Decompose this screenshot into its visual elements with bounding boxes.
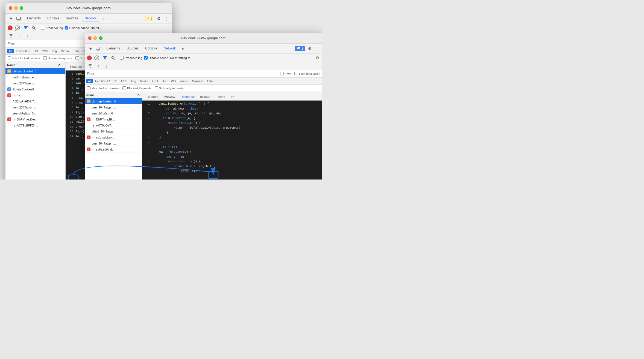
settings-icon-back[interactable]: ⚙ [155,15,162,22]
tab-console-front[interactable]: Console [142,45,160,52]
third-party-front[interactable]: 3rd-party requests [155,86,184,90]
type-font-back[interactable]: Font [71,49,80,53]
download-icon-front[interactable]: ↓ [103,63,110,69]
request-row-8-back[interactable]: I m=DhPYme,Eke... [5,116,65,122]
type-js-front[interactable]: JS [112,79,119,83]
request-row-6-back[interactable]: gen_204?atyp=i... [5,104,65,110]
tab-more-front[interactable]: >> [228,94,237,100]
search-icon-back[interactable] [31,25,37,31]
wifi-icon-front[interactable] [87,63,93,69]
cursor-icon[interactable] [8,15,14,22]
maximize-button-back[interactable] [20,6,23,10]
filter-input-front[interactable] [96,72,278,76]
third-party-cb-front[interactable] [155,86,158,90]
warning-badge-back[interactable]: ⚠ 2 [145,16,154,21]
close-col-back[interactable]: ✕ [56,63,62,67]
type-fetch-front[interactable]: Fetch/XHR [93,79,112,83]
request-scroll-front[interactable]: JS cb=gapi.loaded_0 gen_204?atyp=i... se… [85,98,142,180]
tab-console-back[interactable]: Console [45,15,62,22]
filter-icon-back[interactable] [22,25,29,31]
type-doc-front[interactable]: Doc [160,79,169,83]
type-ws-front[interactable]: WS [169,79,177,83]
blocked-requests-back[interactable]: Blocked Requests [43,56,72,60]
tab-network-front[interactable]: Network [161,45,178,52]
type-media-front[interactable]: Media [138,79,150,83]
tab-response-front[interactable]: Response [178,94,197,100]
hide-data-urls-label-front[interactable]: Hide data URLs [294,72,320,75]
more-menu-back[interactable]: ⋮ [163,15,169,22]
preserve-log-checkbox-front[interactable] [120,56,124,60]
request-row-5-back[interactable]: A6DkqFxHDGl7... [5,98,65,104]
minimize-button-back[interactable] [14,6,18,10]
disable-cache-checkbox-back[interactable] [65,26,68,30]
disable-cache-front[interactable]: Disable cache [144,56,168,60]
tab-elements-back[interactable]: Elements [24,15,43,22]
type-wasm-front[interactable]: Wasm [178,79,190,83]
more-menu-front[interactable]: ⋮ [314,45,320,52]
tab-network-back[interactable]: Network [82,15,99,22]
request-row-3-front[interactable]: I m=DhPYme,Ek... [85,116,142,122]
tab-sources-front[interactable]: Sources [124,45,141,52]
type-css-front[interactable]: CSS [119,79,129,83]
search-icon-front[interactable] [110,55,116,61]
tab-headers-back[interactable]: Headers [67,64,84,70]
preserve-log-back[interactable]: Preserve log [41,26,63,30]
invert-label-front[interactable]: Invert [280,72,292,75]
close-col-front[interactable]: ✕ [136,93,141,97]
record-button-back[interactable] [8,25,13,30]
type-js-back[interactable]: JS [33,49,40,53]
cursor-icon-front[interactable] [87,45,93,52]
disable-cache-back[interactable]: Disable cache [65,26,89,30]
type-all-back[interactable]: All [7,49,14,53]
request-row-4-front[interactable]: rs=ACT9oGsT... [85,122,142,128]
type-img-front[interactable]: Img [130,79,138,83]
warning-badge-front[interactable]: 💬 1 [295,46,305,51]
hide-data-urls-checkbox-front[interactable] [294,72,298,75]
more-tabs-back[interactable]: » [100,15,107,22]
third-party-cb-back[interactable] [75,56,79,60]
request-row-7-front[interactable]: gen_204?atyp=i... [85,140,142,146]
type-media-back[interactable]: Media [59,49,71,53]
has-blocked-cookies-back[interactable]: Has blocked cookies [8,56,40,60]
tab-headers-front[interactable]: Headers [144,94,161,100]
request-row-1-front[interactable]: gen_204?atyp=i... [85,104,142,110]
request-row-4-back[interactable]: I m=hfcr [5,92,65,98]
tab-preview-front[interactable]: Preview [161,94,178,100]
tab-elements-front[interactable]: Elements [104,45,123,52]
request-row-6-front[interactable]: I m=sy1r,sybt,sy... [85,134,142,140]
blocked-req-cb-back[interactable] [43,56,47,60]
maximize-button-front[interactable] [99,36,103,40]
preserve-log-checkbox-back[interactable] [41,26,44,30]
request-row-0-back[interactable]: JS cb=gapi.loaded_0 [5,68,65,74]
request-row-1-back[interactable]: get?rt=j&sourcei... [5,74,65,80]
preserve-log-front[interactable]: Preserve log [120,56,142,60]
upload-icon-front[interactable]: ↑ [95,63,102,69]
type-css-back[interactable]: CSS [40,49,50,53]
wifi-icon-back[interactable] [8,33,14,39]
type-other-front[interactable]: Other [205,79,216,83]
request-row-2-front[interactable]: search?q&cp=0... [85,110,142,116]
request-row-2-back[interactable]: gen_204?use_c... [5,80,65,86]
has-blocked-cookies-front[interactable]: Has blocked cookies [87,86,119,90]
request-scroll-back[interactable]: JS cb=gapi.loaded_0 get?rt=j&sourcei... … [5,68,65,180]
blocked-req-cb-front[interactable] [122,86,126,90]
tab-initiator-front[interactable]: Initiator [197,94,213,100]
request-row-8-front[interactable]: I m=sy6s,sy6t,aL... [85,146,142,152]
minimize-button-front[interactable] [93,36,97,40]
throttle-select-front[interactable]: No throttling ▼ [170,56,191,60]
close-button-front[interactable] [88,36,92,40]
device-icon-front[interactable] [95,45,101,52]
request-row-3-back[interactable]: D RotateCookiesP... [5,86,65,92]
request-row-5-front[interactable]: client_204?atyp... [85,128,142,134]
request-row-9-back[interactable]: rs=ACT9oEFKZ4... [5,122,65,128]
invert-checkbox-front[interactable] [280,72,284,75]
record-button-front[interactable] [87,55,92,60]
tab-timing-front[interactable]: Timing [213,94,228,100]
upload-icon-back[interactable]: ↑ [16,33,22,39]
type-manifest-front[interactable]: Manifest [190,79,205,83]
disable-cache-checkbox-front[interactable] [144,56,148,60]
tab-sources-back[interactable]: Sources [63,15,81,22]
type-fetch-back[interactable]: Fetch/XHR [14,49,32,53]
type-font-front[interactable]: Font [150,79,160,83]
request-row-7-back[interactable]: search?q&cp=0... [5,110,65,116]
